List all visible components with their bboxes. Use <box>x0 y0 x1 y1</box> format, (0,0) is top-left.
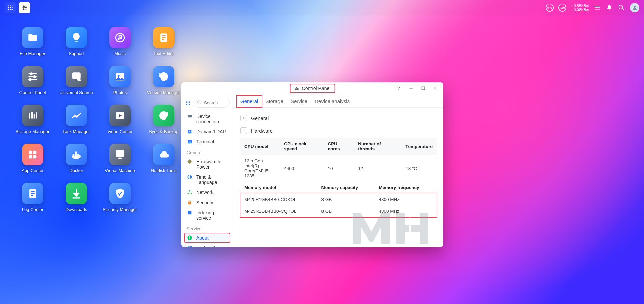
sidebar-item-update-restore[interactable]: Update & Restore <box>184 243 230 247</box>
app-icon-docker[interactable]: Docker <box>54 144 98 183</box>
app-icon-app-center[interactable]: App Center <box>11 144 54 183</box>
app-icon-security-manager[interactable]: Security Manager <box>98 183 142 222</box>
app-label: Video Center <box>107 129 133 134</box>
svg-rect-107 <box>189 237 190 239</box>
sidebar-item-label: About <box>196 235 209 241</box>
table-cell: 8 GB <box>317 193 375 205</box>
search-field[interactable] <box>194 98 230 108</box>
minimize-button[interactable] <box>406 83 416 93</box>
svg-point-108 <box>189 236 190 237</box>
sidebar-item-label: Indexing service <box>196 210 228 221</box>
global-search-button[interactable] <box>618 4 625 11</box>
sidebar-item-domain-ldap[interactable]: Domain/LDAP <box>184 127 230 137</box>
app-tile <box>22 66 43 87</box>
app-tile <box>66 27 87 48</box>
sidebar-apps-button[interactable] <box>185 100 191 105</box>
svg-point-23 <box>120 37 122 39</box>
info-icon <box>187 235 193 241</box>
index-icon <box>187 210 193 215</box>
app-icon-downloads[interactable]: Downloads <box>54 183 98 222</box>
app-icon-storage-manager[interactable]: Storage Manager <box>11 105 54 144</box>
app-icon-log-center[interactable]: Log Center <box>11 183 54 222</box>
sidebar-item-security[interactable]: Security <box>184 198 230 208</box>
cpu-gauge[interactable]: CPU <box>546 4 554 12</box>
user-avatar[interactable] <box>630 3 639 12</box>
app-icon-video-center[interactable]: Video Center <box>98 105 142 144</box>
tab-storage[interactable]: Storage <box>265 94 283 107</box>
svg-rect-41 <box>29 113 30 119</box>
svg-line-19 <box>622 9 624 10</box>
sidebar-item-network[interactable]: Network <box>184 187 230 198</box>
system-tray-button[interactable] <box>594 4 601 11</box>
collapse-hardware-button[interactable]: − <box>240 127 247 134</box>
svg-point-6 <box>8 9 9 10</box>
app-icon-sync-backup[interactable]: Sync & Backup <box>142 105 185 144</box>
app-icon-virtual-machine[interactable]: Virtual Machine <box>98 144 142 183</box>
net-up: ↑ 0.55KB/s <box>571 4 589 8</box>
maximize-button[interactable] <box>418 83 428 93</box>
table-cell: 12 <box>354 155 401 182</box>
app-icon-control-panel[interactable]: Control Panel <box>11 66 54 105</box>
app-label: Universal Search <box>60 90 93 95</box>
app-icon-task-manager[interactable]: Task Manager <box>54 105 98 144</box>
app-icon-support[interactable]: Support <box>54 27 98 66</box>
svg-point-7 <box>10 9 11 10</box>
table-cell: 12th Gen Intel(R) Core(TM) i5-1235U <box>240 155 280 182</box>
cpu-table: CPU modelCPU clock speedCPU coresNumber … <box>240 138 437 182</box>
tab-device-analysis[interactable]: Device analysis <box>315 94 350 107</box>
svg-point-20 <box>634 6 636 8</box>
help-button[interactable]: ? <box>394 83 404 93</box>
window-titlebar[interactable]: Control Panel ? <box>181 82 443 94</box>
app-icon-file-manager[interactable]: File Manager <box>11 27 54 66</box>
ram-gauge[interactable]: RAM <box>558 4 566 12</box>
sidebar-group-service: Service <box>184 223 230 233</box>
svg-point-40 <box>118 75 120 77</box>
app-tile <box>22 27 43 48</box>
stack-icon <box>594 5 601 10</box>
app-icon-netdisk-tools[interactable]: Netdisk Tools <box>142 144 185 183</box>
table-cell: 4400 <box>280 155 324 182</box>
app-label: Task Manager <box>62 129 90 134</box>
svg-point-67 <box>297 88 298 88</box>
app-tile <box>153 144 174 165</box>
sidebar-item-time-language[interactable]: Time & Language <box>184 172 230 187</box>
app-label: Downloads <box>66 207 87 212</box>
app-label: Support <box>69 51 84 56</box>
ram-gauge-label: RAM <box>560 7 565 9</box>
app-tile <box>66 66 87 87</box>
section-general-label: General <box>251 115 269 121</box>
sidebar-item-hardware-power[interactable]: Hardware & Power <box>184 157 230 172</box>
window-title-chip: Control Panel <box>290 84 335 93</box>
notifications-button[interactable] <box>606 4 613 11</box>
control-panel-launcher[interactable] <box>19 2 30 13</box>
app-grid-button[interactable] <box>5 2 16 13</box>
app-icon-text-editor[interactable]: Text Editor <box>142 27 185 66</box>
lock-icon <box>187 200 193 205</box>
close-button[interactable] <box>430 83 440 93</box>
app-icon-version-manager[interactable]: Version Manager <box>142 66 185 105</box>
tab-service[interactable]: Service <box>291 94 307 107</box>
table-header: Number of threads <box>354 138 401 155</box>
app-tile <box>109 27 131 48</box>
svg-point-33 <box>29 79 31 81</box>
app-tile <box>109 183 131 204</box>
close-icon <box>433 86 437 91</box>
table-cell: M425R1GB4BB0-CQKOL <box>240 193 317 205</box>
sidebar-item-indexing-service[interactable]: Indexing service <box>184 208 230 223</box>
user-icon <box>632 5 638 11</box>
sidebar-item-device-connection[interactable]: Device connection <box>184 111 230 127</box>
sidebar-item-terminal[interactable]: Terminal <box>184 137 230 147</box>
table-cell: 10 <box>324 155 354 182</box>
app-icon-music[interactable]: Music <box>98 27 142 66</box>
svg-rect-55 <box>116 151 124 157</box>
minimize-icon <box>409 86 413 91</box>
globe-icon <box>187 174 193 180</box>
app-icon-photos[interactable]: Photos <box>98 66 142 105</box>
app-label: Log Center <box>22 207 43 212</box>
svg-point-82 <box>189 104 190 105</box>
svg-point-12 <box>25 7 26 8</box>
app-icon-universal-search[interactable]: Universal Search <box>54 66 98 105</box>
sidebar-item-about[interactable]: About <box>184 233 230 243</box>
svg-rect-89 <box>188 140 192 144</box>
expand-general-button[interactable]: + <box>240 115 247 121</box>
